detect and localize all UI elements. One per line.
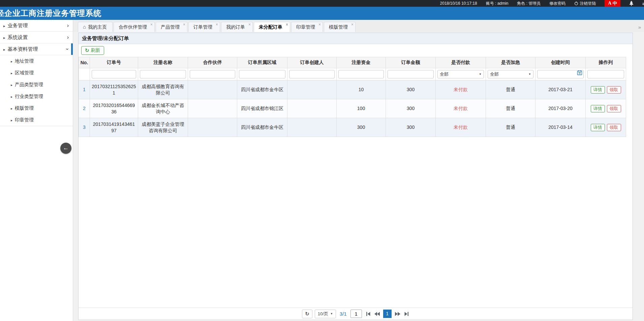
col-header-capital: 注册资金 bbox=[337, 57, 386, 68]
tree-icon[interactable] bbox=[629, 1, 634, 6]
filter-creator-input[interactable] bbox=[289, 70, 335, 78]
tab-overflow-icon[interactable]: » bbox=[638, 24, 641, 30]
filter-capital-input[interactable] bbox=[338, 70, 384, 78]
tab-seal-mgmt[interactable]: 印章管理× bbox=[291, 22, 323, 32]
filter-paid-select[interactable]: 全部 ▼ bbox=[437, 70, 484, 78]
row-number: 2 bbox=[79, 99, 90, 118]
pagination-bar: ↻ 10/页 ▼ 3/1 bbox=[79, 308, 633, 320]
actions-cell: 详情领取 bbox=[586, 80, 626, 99]
claim-button[interactable]: 领取 bbox=[607, 86, 621, 94]
creator-cell bbox=[287, 99, 337, 118]
col-header-paid: 是否付款 bbox=[436, 57, 486, 68]
detail-button[interactable]: 详情 bbox=[591, 105, 605, 112]
sidebar-item-seal-mgmt[interactable]: ▸印章管理 bbox=[0, 114, 73, 126]
close-icon[interactable]: × bbox=[183, 22, 185, 27]
collapse-sidebar-button[interactable]: ← bbox=[60, 143, 71, 154]
caret-right-icon: ▸ bbox=[11, 60, 12, 63]
urgency-cell: 普通 bbox=[486, 80, 535, 99]
sidebar-item-industry-type-mgmt[interactable]: ▸行业类型管理 bbox=[0, 91, 73, 102]
sidebar-group-basic-data-mgmt[interactable]: ▸基本资料管理 › bbox=[0, 43, 73, 55]
detail-button[interactable]: 详情 bbox=[591, 124, 605, 131]
breadcrumb: 业务管理/未分配订单 bbox=[79, 33, 633, 44]
chevron-right-icon: › bbox=[67, 32, 69, 43]
order-no-cell: 201703211253526251 bbox=[90, 80, 138, 99]
close-icon[interactable]: × bbox=[150, 22, 153, 27]
page-panel: 业务管理/未分配订单 ↻ 刷新 No. 订单号 注册名称 合作伙伴 bbox=[78, 33, 633, 320]
current-page-button[interactable]: 1 bbox=[383, 310, 392, 318]
close-icon[interactable]: × bbox=[248, 22, 251, 27]
page-number-input[interactable] bbox=[350, 310, 362, 318]
next-page-icon bbox=[395, 312, 401, 316]
close-icon[interactable]: × bbox=[318, 22, 321, 27]
col-header-creator: 订单创建人 bbox=[287, 57, 337, 68]
home-icon: ⌂ bbox=[83, 24, 86, 30]
filter-urgent-select[interactable]: 全部 ▼ bbox=[488, 70, 533, 78]
capital-cell: 100 bbox=[337, 99, 386, 118]
claim-button[interactable]: 领取 bbox=[607, 105, 621, 112]
tab-partner-mgmt[interactable]: 合作伙伴管理× bbox=[114, 22, 155, 32]
order-no-cell: 201703201654466936 bbox=[90, 99, 138, 118]
reg-name-cell: 成都高顿教育咨询有限公司 bbox=[138, 80, 188, 99]
sidebar-item-region-mgmt[interactable]: ▸区域管理 bbox=[0, 67, 73, 79]
calendar-icon[interactable] bbox=[577, 70, 582, 75]
filter-region-input[interactable] bbox=[239, 70, 285, 78]
region-cell: 四川省成都市金牛区 bbox=[237, 118, 287, 137]
filter-order-no-input[interactable] bbox=[92, 70, 136, 78]
creator-cell bbox=[287, 80, 337, 99]
pagination-refresh-button[interactable]: ↻ bbox=[302, 310, 312, 318]
close-icon[interactable]: × bbox=[286, 22, 288, 27]
tab-product-mgmt[interactable]: 产品管理× bbox=[156, 22, 187, 32]
tab-my-orders[interactable]: 我的订单× bbox=[221, 22, 253, 32]
chevron-right-icon: › bbox=[67, 20, 69, 31]
logout-link[interactable]: 注销登陆 bbox=[574, 1, 596, 6]
table-header-row: No. 订单号 注册名称 合作伙伴 订单所属区域 订单创建人 注册资金 订单金额… bbox=[79, 57, 626, 68]
detail-button[interactable]: 详情 bbox=[591, 86, 605, 94]
col-header-no: No. bbox=[79, 57, 90, 68]
prev-page-button[interactable] bbox=[374, 312, 380, 316]
change-password-link[interactable]: 修改密码 bbox=[549, 1, 565, 6]
sidebar-item-product-type-mgmt[interactable]: ▸产品类型管理 bbox=[0, 79, 73, 91]
last-page-button[interactable] bbox=[404, 312, 409, 316]
tab-unassigned-orders[interactable]: 未分配订单× bbox=[254, 22, 290, 32]
last-page-icon bbox=[404, 312, 409, 316]
datetime-label: 2018/10/16 10:17:18 bbox=[440, 1, 477, 6]
created-date-cell: 2017-03-14 bbox=[535, 118, 586, 137]
actions-cell: 详情领取 bbox=[586, 118, 626, 137]
filter-amount-input[interactable] bbox=[388, 70, 434, 78]
sidebar-group-business-mgmt[interactable]: ▸业务管理 › bbox=[0, 20, 73, 32]
tab-order-mgmt[interactable]: 订单管理× bbox=[188, 22, 220, 32]
paid-status-cell: 未付款 bbox=[436, 118, 486, 137]
claim-button[interactable]: 领取 bbox=[607, 124, 621, 131]
filter-reg-name-input[interactable] bbox=[140, 70, 186, 78]
table-row: 3 201703141914346197 成都美蓝子企业管理咨询有限公司 四川省… bbox=[79, 118, 626, 137]
tab-template-mgmt[interactable]: 模版管理× bbox=[324, 22, 356, 32]
order-no-cell: 201703141914346197 bbox=[90, 118, 138, 137]
caret-right-icon: ▸ bbox=[3, 36, 5, 40]
refresh-button[interactable]: ↻ 刷新 bbox=[81, 46, 104, 55]
close-icon[interactable]: × bbox=[351, 22, 354, 27]
filter-actions-input[interactable] bbox=[587, 70, 624, 78]
first-page-icon bbox=[366, 312, 371, 316]
app-header: 轻企业工商注册业务管理系统 bbox=[0, 7, 644, 20]
language-badge[interactable]: A 中 bbox=[605, 0, 620, 7]
refresh-icon: ↻ bbox=[305, 311, 309, 317]
swap-icon[interactable]: ⇄ bbox=[642, 1, 644, 6]
next-page-button[interactable] bbox=[395, 312, 401, 316]
tab-bar: ⌂我的主页 合作伙伴管理× 产品管理× 订单管理× 我的订单× 未分配订单× 印… bbox=[73, 20, 644, 32]
first-page-button[interactable] bbox=[366, 312, 371, 316]
partner-cell bbox=[188, 99, 237, 118]
sidebar-group-system-settings[interactable]: ▸系统设置 › bbox=[0, 32, 73, 43]
paid-status-cell: 未付款 bbox=[436, 80, 486, 99]
page-size-select[interactable]: 10/页 ▼ bbox=[315, 310, 336, 318]
filter-partner-input[interactable] bbox=[190, 70, 235, 78]
creator-cell bbox=[287, 118, 337, 137]
table-row: 1 201703211253526251 成都高顿教育咨询有限公司 四川省成都市… bbox=[79, 80, 626, 99]
dropdown-arrow-icon: ▼ bbox=[330, 312, 333, 315]
close-icon[interactable]: × bbox=[216, 22, 218, 27]
tab-my-home[interactable]: ⌂我的主页 bbox=[78, 22, 113, 32]
actions-cell: 详情领取 bbox=[586, 99, 626, 118]
sidebar-item-template-mgmt[interactable]: ▸模版管理 bbox=[0, 102, 73, 114]
col-header-amount: 订单金额 bbox=[386, 57, 436, 68]
sidebar-item-address-mgmt[interactable]: ▸地址管理 bbox=[0, 55, 73, 67]
paid-status-cell: 未付款 bbox=[436, 99, 486, 118]
